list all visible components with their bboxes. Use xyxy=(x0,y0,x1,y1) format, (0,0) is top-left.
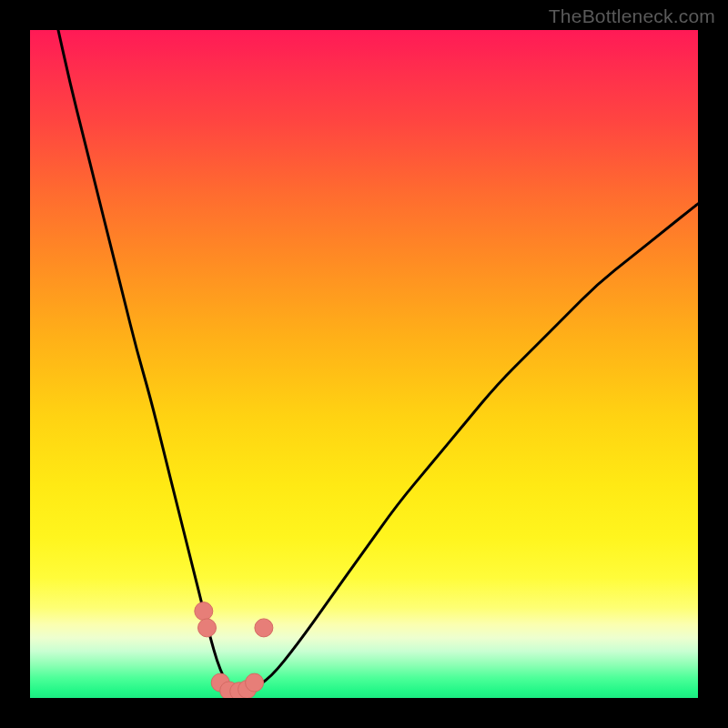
bottleneck-curve xyxy=(44,30,698,691)
plot-area xyxy=(30,30,698,698)
chart-frame: TheBottleneck.com xyxy=(0,0,728,728)
chart-svg xyxy=(30,30,698,698)
data-marker xyxy=(255,619,273,637)
data-marker xyxy=(246,673,264,692)
watermark-text: TheBottleneck.com xyxy=(549,5,715,27)
data-markers xyxy=(195,602,273,698)
data-marker xyxy=(195,602,213,621)
data-marker xyxy=(198,619,217,637)
